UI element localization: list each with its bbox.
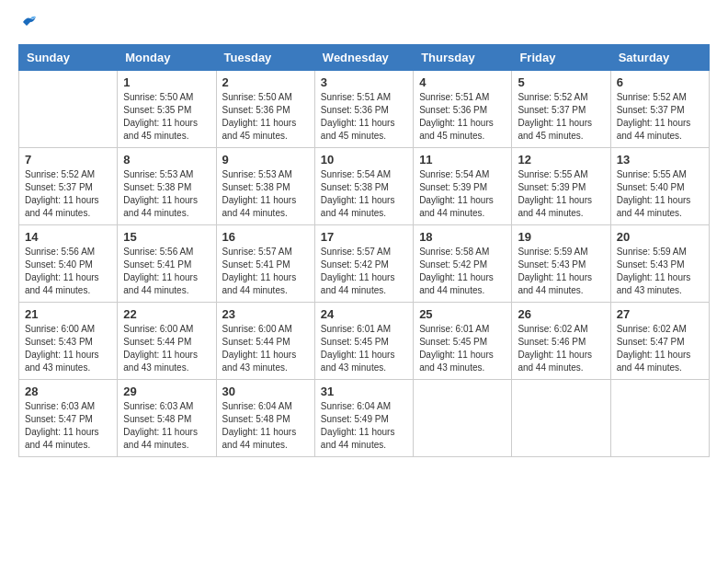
calendar-header-sunday: Sunday [19,45,118,71]
day-info: Sunrise: 5:55 AMSunset: 5:40 PMDaylight:… [617,168,703,220]
logo-bird-icon [21,15,38,31]
calendar-cell [19,71,118,148]
day-info: Sunrise: 5:52 AMSunset: 5:37 PMDaylight:… [617,91,703,143]
calendar-cell: 10Sunrise: 5:54 AMSunset: 5:38 PMDayligh… [314,148,413,225]
calendar-cell: 26Sunrise: 6:02 AMSunset: 5:46 PMDayligh… [512,303,610,380]
day-number: 14 [25,230,111,244]
day-number: 31 [321,385,407,398]
day-number: 19 [518,230,604,244]
calendar-cell: 23Sunrise: 6:00 AMSunset: 5:44 PMDayligh… [216,303,314,380]
day-info: Sunrise: 5:58 AMSunset: 5:42 PMDaylight:… [419,246,506,297]
calendar-cell [512,380,610,457]
calendar-cell: 25Sunrise: 6:01 AMSunset: 5:45 PMDayligh… [414,303,512,380]
calendar-cell: 22Sunrise: 6:00 AMSunset: 5:44 PMDayligh… [118,303,216,380]
day-number: 15 [123,230,210,244]
day-info: Sunrise: 5:56 AMSunset: 5:41 PMDaylight:… [123,246,210,297]
day-number: 1 [123,75,210,89]
day-number: 18 [419,230,506,244]
calendar-cell: 12Sunrise: 5:55 AMSunset: 5:39 PMDayligh… [512,148,610,225]
calendar-cell: 2Sunrise: 5:50 AMSunset: 5:36 PMDaylight… [216,71,314,148]
day-info: Sunrise: 6:01 AMSunset: 5:45 PMDaylight:… [419,323,506,374]
day-number: 8 [123,153,210,167]
day-info: Sunrise: 5:56 AMSunset: 5:40 PMDaylight:… [25,246,111,297]
day-number: 10 [321,153,407,167]
calendar-cell: 8Sunrise: 5:53 AMSunset: 5:38 PMDaylight… [118,148,216,225]
day-info: Sunrise: 6:00 AMSunset: 5:43 PMDaylight:… [25,323,111,374]
day-number: 28 [25,385,111,398]
calendar-cell: 7Sunrise: 5:52 AMSunset: 5:37 PMDaylight… [19,148,118,225]
calendar-week-row: 28Sunrise: 6:03 AMSunset: 5:47 PMDayligh… [19,380,710,457]
day-info: Sunrise: 5:54 AMSunset: 5:38 PMDaylight:… [321,168,407,220]
logo [18,18,38,35]
calendar-cell: 18Sunrise: 5:58 AMSunset: 5:42 PMDayligh… [414,225,512,303]
calendar-cell: 20Sunrise: 5:59 AMSunset: 5:43 PMDayligh… [610,225,709,303]
calendar-cell: 17Sunrise: 5:57 AMSunset: 5:42 PMDayligh… [314,225,413,303]
calendar-week-row: 14Sunrise: 5:56 AMSunset: 5:40 PMDayligh… [19,225,710,303]
calendar-cell: 21Sunrise: 6:00 AMSunset: 5:43 PMDayligh… [19,303,118,380]
day-number: 16 [222,230,309,244]
day-number: 12 [518,153,604,167]
calendar-week-row: 7Sunrise: 5:52 AMSunset: 5:37 PMDaylight… [19,148,710,225]
day-info: Sunrise: 6:01 AMSunset: 5:45 PMDaylight:… [321,323,407,374]
day-info: Sunrise: 6:02 AMSunset: 5:46 PMDaylight:… [518,323,604,374]
calendar-cell: 13Sunrise: 5:55 AMSunset: 5:40 PMDayligh… [610,148,709,225]
day-number: 17 [321,230,407,244]
day-info: Sunrise: 5:52 AMSunset: 5:37 PMDaylight:… [518,91,604,143]
page-header [18,18,710,35]
day-info: Sunrise: 5:53 AMSunset: 5:38 PMDaylight:… [222,168,309,220]
calendar-header-saturday: Saturday [610,45,709,71]
calendar-cell: 3Sunrise: 5:51 AMSunset: 5:36 PMDaylight… [314,71,413,148]
day-info: Sunrise: 5:50 AMSunset: 5:35 PMDaylight:… [123,91,210,143]
calendar-cell: 15Sunrise: 5:56 AMSunset: 5:41 PMDayligh… [118,225,216,303]
calendar-cell: 6Sunrise: 5:52 AMSunset: 5:37 PMDaylight… [610,71,709,148]
calendar-cell: 11Sunrise: 5:54 AMSunset: 5:39 PMDayligh… [414,148,512,225]
day-info: Sunrise: 5:59 AMSunset: 5:43 PMDaylight:… [617,246,703,297]
day-number: 21 [25,307,111,321]
day-info: Sunrise: 5:50 AMSunset: 5:36 PMDaylight:… [222,91,309,143]
day-number: 27 [617,307,703,321]
day-number: 25 [419,307,506,321]
calendar-cell: 5Sunrise: 5:52 AMSunset: 5:37 PMDaylight… [512,71,610,148]
calendar-header-monday: Monday [118,45,216,71]
day-number: 6 [617,75,703,89]
calendar-cell: 28Sunrise: 6:03 AMSunset: 5:47 PMDayligh… [19,380,118,457]
calendar-header-tuesday: Tuesday [216,45,314,71]
day-number: 30 [222,385,309,398]
day-number: 26 [518,307,604,321]
calendar-cell [610,380,709,457]
calendar-cell: 1Sunrise: 5:50 AMSunset: 5:35 PMDaylight… [118,71,216,148]
day-number: 22 [123,307,210,321]
calendar-cell: 4Sunrise: 5:51 AMSunset: 5:36 PMDaylight… [414,71,512,148]
calendar-cell: 19Sunrise: 5:59 AMSunset: 5:43 PMDayligh… [512,225,610,303]
day-info: Sunrise: 6:03 AMSunset: 5:47 PMDaylight:… [25,400,111,452]
day-number: 5 [518,75,604,89]
day-info: Sunrise: 5:57 AMSunset: 5:42 PMDaylight:… [321,246,407,297]
calendar-header-thursday: Thursday [414,45,512,71]
day-number: 24 [321,307,407,321]
day-info: Sunrise: 5:53 AMSunset: 5:38 PMDaylight:… [123,168,210,220]
calendar-header-row: SundayMondayTuesdayWednesdayThursdayFrid… [19,45,710,71]
calendar-week-row: 1Sunrise: 5:50 AMSunset: 5:35 PMDaylight… [19,71,710,148]
day-info: Sunrise: 6:02 AMSunset: 5:47 PMDaylight:… [617,323,703,374]
calendar-cell: 31Sunrise: 6:04 AMSunset: 5:49 PMDayligh… [314,380,413,457]
calendar-week-row: 21Sunrise: 6:00 AMSunset: 5:43 PMDayligh… [19,303,710,380]
day-number: 11 [419,153,506,167]
day-info: Sunrise: 5:59 AMSunset: 5:43 PMDaylight:… [518,246,604,297]
calendar-cell: 30Sunrise: 6:04 AMSunset: 5:48 PMDayligh… [216,380,314,457]
day-info: Sunrise: 5:55 AMSunset: 5:39 PMDaylight:… [518,168,604,220]
calendar-table: SundayMondayTuesdayWednesdayThursdayFrid… [18,44,710,457]
calendar-cell: 27Sunrise: 6:02 AMSunset: 5:47 PMDayligh… [610,303,709,380]
day-number: 4 [419,75,506,89]
day-info: Sunrise: 5:52 AMSunset: 5:37 PMDaylight:… [25,168,111,220]
calendar-cell: 24Sunrise: 6:01 AMSunset: 5:45 PMDayligh… [314,303,413,380]
calendar-cell: 29Sunrise: 6:03 AMSunset: 5:48 PMDayligh… [118,380,216,457]
calendar-header-wednesday: Wednesday [314,45,413,71]
day-number: 9 [222,153,309,167]
day-info: Sunrise: 5:57 AMSunset: 5:41 PMDaylight:… [222,246,309,297]
day-number: 20 [617,230,703,244]
day-number: 13 [617,153,703,167]
calendar-cell: 14Sunrise: 5:56 AMSunset: 5:40 PMDayligh… [19,225,118,303]
calendar-cell: 9Sunrise: 5:53 AMSunset: 5:38 PMDaylight… [216,148,314,225]
day-info: Sunrise: 6:04 AMSunset: 5:49 PMDaylight:… [321,400,407,452]
calendar-cell: 16Sunrise: 5:57 AMSunset: 5:41 PMDayligh… [216,225,314,303]
